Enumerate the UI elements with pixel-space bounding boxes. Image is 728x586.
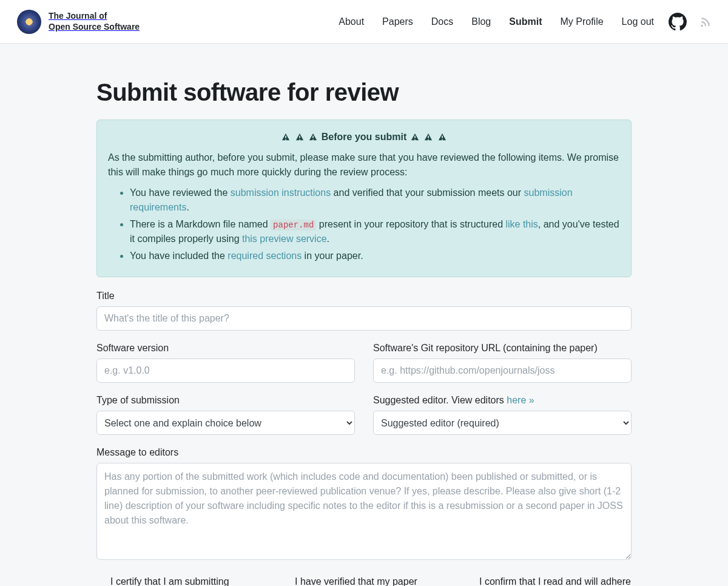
repository-url-input[interactable]: [373, 359, 632, 383]
top-navbar: The Journal of Open Source Software Abou…: [0, 0, 728, 44]
brand-line1: The Journal of: [49, 11, 107, 21]
checkbox-code-of-conduct[interactable]: [465, 577, 473, 586]
nav-about[interactable]: About: [339, 16, 364, 27]
label-repository-url: Software's Git repository URL (containin…: [373, 343, 632, 354]
checkbox-paper-compiles[interactable]: [281, 577, 289, 586]
check-paper-compiles[interactable]: I have verified that my paper compiles u…: [281, 574, 447, 586]
label-title: Title: [96, 291, 632, 301]
nav-my-profile[interactable]: My Profile: [560, 16, 603, 27]
brand-link[interactable]: The Journal of Open Source Software: [17, 10, 140, 34]
brand-line2: Open Source Software: [49, 22, 140, 32]
link-required-sections[interactable]: required sections: [228, 251, 302, 261]
warning-icon: [281, 131, 290, 146]
warning-icon: [295, 131, 304, 146]
warning-icon: [424, 131, 433, 146]
notice-item-3: You have included the required sections …: [130, 249, 620, 263]
warning-icon: [309, 131, 317, 146]
link-preview-service[interactable]: this preview service: [242, 234, 327, 244]
nav-submit[interactable]: Submit: [509, 16, 542, 27]
check-primary-author-label: I certify that I am submitting software …: [110, 574, 263, 586]
suggested-editor-select[interactable]: Suggested editor (required): [373, 411, 632, 435]
brand-text: The Journal of Open Source Software: [49, 11, 140, 32]
check-primary-author[interactable]: I certify that I am submitting software …: [96, 574, 263, 586]
label-submission-type: Type of submission: [96, 395, 355, 406]
notice-title: Before you submit: [108, 130, 620, 146]
code-paper-md: paper.md: [271, 220, 316, 231]
label-software-version: Software version: [96, 343, 355, 354]
software-version-input[interactable]: [96, 359, 355, 383]
primary-nav: About Papers Docs Blog Submit My Profile…: [339, 16, 654, 27]
notice-intro: As the submitting author, before you sub…: [108, 150, 620, 180]
label-suggested-editor: Suggested editor. View editors here »: [373, 395, 632, 406]
page-title: Submit software for review: [96, 79, 632, 106]
warning-icon: [411, 131, 419, 146]
github-icon[interactable]: [669, 13, 687, 31]
logo-icon: [17, 10, 41, 34]
checkbox-primary-author[interactable]: [96, 577, 104, 586]
nav-blog[interactable]: Blog: [471, 16, 491, 27]
message-to-editors-textarea[interactable]: [96, 463, 632, 560]
submission-type-select[interactable]: Select one and explain choice below: [96, 411, 355, 435]
nav-papers[interactable]: Papers: [382, 16, 413, 27]
notice-item-2: There is a Markdown file named paper.md …: [130, 217, 620, 246]
label-message-editors: Message to editors: [96, 447, 632, 458]
nav-docs[interactable]: Docs: [431, 16, 453, 27]
check-code-of-conduct[interactable]: I confirm that I read and will adhere to…: [465, 574, 632, 586]
warning-icon: [438, 131, 447, 146]
rss-icon[interactable]: [700, 16, 711, 27]
title-input[interactable]: [96, 306, 632, 331]
notice-title-text: Before you submit: [322, 132, 406, 142]
check-paper-compiles-label: I have verified that my paper compiles u…: [295, 574, 447, 586]
link-like-this[interactable]: like this: [505, 219, 538, 229]
nav-log-out[interactable]: Log out: [622, 16, 654, 27]
check-code-of-conduct-label: I confirm that I read and will adhere to…: [479, 574, 632, 586]
before-submit-notice: Before you submit As the submitting auth…: [96, 120, 632, 277]
link-view-editors[interactable]: here »: [507, 395, 534, 405]
notice-item-1: You have reviewed the submission instruc…: [130, 186, 620, 215]
link-submission-instructions[interactable]: submission instructions: [231, 187, 331, 198]
